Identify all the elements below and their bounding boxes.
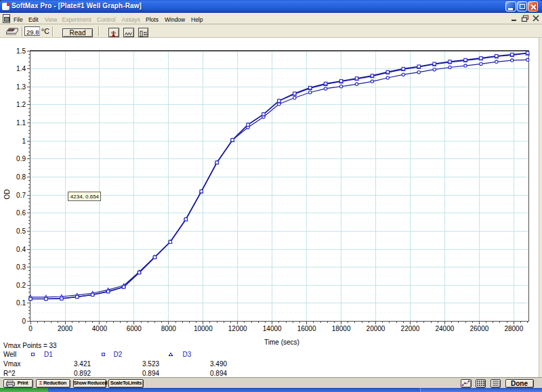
- svg-text:0.8: 0.8: [16, 173, 26, 181]
- svg-text:20000: 20000: [367, 325, 385, 332]
- svg-text:28000: 28000: [504, 325, 523, 332]
- svg-text:8000: 8000: [161, 325, 177, 332]
- svg-text:0.6: 0.6: [16, 209, 26, 217]
- svg-text:D2: D2: [114, 351, 123, 358]
- svg-text:14000: 14000: [263, 325, 282, 332]
- svg-text:OD: OD: [3, 190, 11, 200]
- svg-text:1.5: 1.5: [16, 47, 26, 55]
- svg-text:24000: 24000: [435, 325, 454, 332]
- svg-text:0.4: 0.4: [16, 246, 26, 253]
- svg-text:0.894: 0.894: [142, 370, 159, 377]
- svg-text:0.5: 0.5: [16, 227, 26, 235]
- svg-text:D3: D3: [183, 351, 192, 358]
- svg-text:Time (secs): Time (secs): [264, 339, 299, 346]
- svg-text:0.2: 0.2: [16, 282, 26, 289]
- svg-text:0.1: 0.1: [16, 299, 26, 307]
- svg-text:R^2: R^2: [3, 370, 16, 377]
- svg-text:4234, 0.654: 4234, 0.654: [70, 194, 100, 200]
- svg-text:16000: 16000: [297, 325, 316, 332]
- svg-text:Well: Well: [3, 351, 16, 358]
- svg-text:0.3: 0.3: [16, 263, 26, 271]
- svg-text:0: 0: [28, 325, 33, 332]
- svg-text:2000: 2000: [58, 325, 73, 332]
- svg-text:1.1: 1.1: [16, 119, 26, 127]
- svg-text:3.523: 3.523: [142, 360, 159, 368]
- svg-text:0: 0: [22, 318, 26, 325]
- svg-text:26000: 26000: [470, 325, 488, 332]
- svg-text:Vmax: Vmax: [3, 360, 21, 368]
- svg-text:4000: 4000: [92, 325, 108, 332]
- svg-text:D1: D1: [44, 351, 53, 358]
- svg-text:3.421: 3.421: [74, 360, 91, 368]
- svg-text:3.490: 3.490: [210, 360, 227, 368]
- svg-text:0.9: 0.9: [16, 155, 26, 162]
- svg-text:1.4: 1.4: [16, 65, 26, 72]
- svg-text:12000: 12000: [228, 325, 247, 332]
- svg-text:1.2: 1.2: [16, 101, 26, 108]
- svg-text:1: 1: [22, 137, 26, 145]
- svg-text:10000: 10000: [194, 325, 213, 332]
- svg-text:Vmax Points = 33: Vmax Points = 33: [3, 342, 57, 349]
- svg-text:0.7: 0.7: [16, 192, 26, 199]
- svg-text:1.3: 1.3: [16, 83, 26, 91]
- svg-text:6000: 6000: [127, 325, 142, 332]
- svg-text:22000: 22000: [401, 325, 420, 332]
- svg-text:18000: 18000: [332, 325, 351, 332]
- svg-text:0.894: 0.894: [210, 370, 227, 377]
- svg-text:0.892: 0.892: [74, 370, 91, 377]
